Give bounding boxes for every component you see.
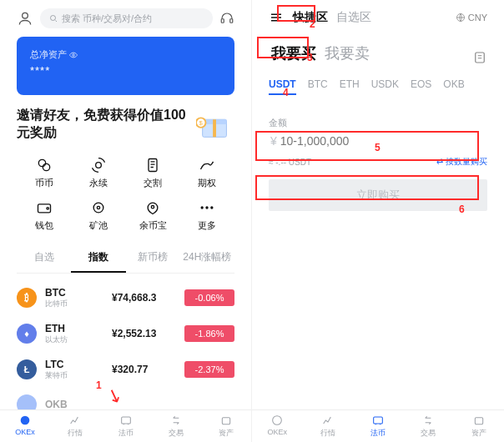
- bottom-nav-left: OKEx 行情 法币 交易 资产: [0, 409, 251, 442]
- svg-rect-7: [213, 119, 216, 137]
- nav-trade[interactable]: 交易: [403, 414, 453, 439]
- svg-rect-24: [222, 418, 229, 424]
- svg-rect-26: [476, 53, 485, 63]
- profile-icon[interactable]: [17, 10, 33, 27]
- svg-point-12: [96, 162, 102, 168]
- pct-badge: -1.86%: [184, 325, 234, 342]
- grid-earn[interactable]: 余币宝: [126, 194, 180, 237]
- buy-now-button[interactable]: 立即购买: [269, 179, 487, 211]
- tab-custom[interactable]: 自选区: [334, 8, 374, 27]
- svg-point-17: [97, 206, 99, 208]
- grid-bibi[interactable]: 币币: [17, 152, 71, 194]
- svg-point-22: [21, 416, 30, 425]
- buy-sell-tabs: 我要买 我要卖: [269, 42, 487, 65]
- btc-icon: ₿: [17, 288, 37, 308]
- nav-assets[interactable]: 资产: [201, 414, 251, 439]
- invite-text: 邀请好友，免费获得价值100元奖励: [17, 107, 188, 142]
- svg-point-0: [23, 13, 28, 18]
- eth-icon: ♦: [17, 324, 37, 344]
- tab-fav[interactable]: 自选: [17, 244, 71, 273]
- ltc-icon: Ł: [17, 359, 37, 379]
- invite-banner[interactable]: 邀请好友，免费获得价值100元奖励 $: [17, 107, 234, 142]
- left-topbar: 搜索 币种/交易对/合约: [17, 8, 234, 28]
- search-placeholder: 搜索 币种/交易对/合约: [62, 13, 152, 25]
- svg-rect-23: [121, 417, 130, 424]
- svg-rect-2: [221, 19, 224, 23]
- left-screen: 搜索 币种/交易对/合约 总净资产 **** 邀请好友，免费获得价值100元奖励…: [0, 0, 252, 442]
- headset-icon[interactable]: [219, 11, 234, 26]
- amount-input[interactable]: ¥: [269, 134, 487, 148]
- svg-text:$: $: [199, 119, 204, 127]
- svg-point-20: [206, 206, 209, 208]
- globe-icon: [456, 13, 466, 23]
- coin-row-ltc[interactable]: Ł LTC莱特币 ¥320.77 -2.37%: [17, 352, 234, 388]
- svg-point-4: [73, 53, 75, 56]
- ctab-btc[interactable]: BTC: [308, 78, 328, 95]
- tab-index[interactable]: 指数: [71, 244, 125, 273]
- ctab-usdk[interactable]: USDK: [371, 78, 399, 95]
- svg-point-10: [38, 159, 45, 166]
- grid-wallet[interactable]: 钱包: [17, 194, 71, 237]
- grid-pool[interactable]: 矿池: [71, 194, 125, 237]
- menu-icon[interactable]: [269, 10, 284, 25]
- ctab-eos[interactable]: EOS: [411, 78, 431, 95]
- asset-card[interactable]: 总净资产 ****: [17, 37, 234, 95]
- orders-icon[interactable]: [472, 50, 487, 65]
- svg-rect-13: [149, 158, 157, 171]
- svg-point-19: [201, 206, 204, 208]
- pct-badge: -2.37%: [184, 361, 234, 378]
- svg-point-18: [151, 205, 154, 208]
- svg-point-15: [47, 207, 49, 209]
- ctab-eth[interactable]: ETH: [340, 78, 360, 95]
- market-tabs: 自选 指数 新币榜 24H涨幅榜: [17, 244, 234, 274]
- right-topbar: 快捷区 自选区 CNY: [269, 8, 487, 27]
- nav-fiat[interactable]: 法币: [100, 414, 150, 439]
- buy-by-qty-link[interactable]: ⇄ 按数量购买: [436, 156, 487, 168]
- grid-more[interactable]: 更多: [180, 194, 234, 237]
- nav-market[interactable]: 行情: [302, 414, 352, 439]
- svg-rect-3: [230, 19, 233, 23]
- asset-value: ****: [30, 64, 221, 77]
- tab-buy[interactable]: 我要买: [269, 42, 319, 65]
- svg-rect-29: [475, 418, 482, 424]
- coin-tabs: USDT BTC ETH USDK EOS OKB: [269, 78, 487, 95]
- svg-point-11: [43, 163, 49, 170]
- tab-24h[interactable]: 24H涨幅榜: [180, 244, 234, 273]
- eye-icon: [69, 51, 78, 59]
- ctab-usdt[interactable]: USDT: [269, 78, 296, 95]
- ctab-okb[interactable]: OKB: [443, 78, 464, 95]
- coin-row-btc[interactable]: ₿ BTC比特币 ¥74,668.3 -0.06%: [17, 280, 234, 316]
- feature-grid: 币币 永续 交割 期权 钱包 矿池 余币宝 更多: [17, 152, 234, 237]
- nav-fiat[interactable]: 法币: [353, 414, 403, 439]
- tab-new[interactable]: 新币榜: [126, 244, 180, 273]
- nav-okex[interactable]: OKEx: [252, 414, 302, 439]
- grid-futures[interactable]: 交割: [126, 152, 180, 194]
- coin-row-eth[interactable]: ♦ ETH以太坊 ¥2,552.13 -1.86%: [17, 316, 234, 352]
- amount-label: 金额: [269, 117, 487, 129]
- nav-okex[interactable]: OKEx: [0, 414, 50, 439]
- amount-block: 金额 ¥ ≈ -.-- USDT ⇄ 按数量购买: [269, 117, 487, 168]
- svg-rect-16: [93, 203, 103, 213]
- svg-point-27: [273, 416, 282, 425]
- asset-label: 总净资产: [30, 48, 67, 61]
- nav-trade[interactable]: 交易: [151, 414, 201, 439]
- grid-options[interactable]: 期权: [180, 152, 234, 194]
- gift-icon: $: [196, 108, 234, 141]
- conversion-text: ≈ -.-- USDT: [269, 158, 311, 167]
- search-input[interactable]: 搜索 币种/交易对/合约: [40, 8, 213, 28]
- amount-field[interactable]: [280, 134, 486, 148]
- svg-point-1: [51, 16, 56, 21]
- nav-market[interactable]: 行情: [50, 414, 100, 439]
- grid-perp[interactable]: 永续: [71, 152, 125, 194]
- tab-sell[interactable]: 我要卖: [322, 42, 372, 65]
- nav-assets[interactable]: 资产: [454, 414, 504, 439]
- coin-list: ₿ BTC比特币 ¥74,668.3 -0.06% ♦ ETH以太坊 ¥2,55…: [17, 280, 234, 421]
- tab-quick[interactable]: 快捷区: [290, 8, 330, 27]
- currency-switch[interactable]: CNY: [456, 13, 487, 23]
- bottom-nav-right: OKEx 行情 法币 交易 资产: [252, 409, 504, 442]
- right-screen: 快捷区 自选区 CNY 我要买 我要卖 USDT BTC ETH USDK EO…: [252, 0, 504, 442]
- svg-rect-28: [374, 417, 383, 424]
- svg-point-21: [211, 206, 214, 208]
- pct-badge: -0.06%: [184, 289, 234, 306]
